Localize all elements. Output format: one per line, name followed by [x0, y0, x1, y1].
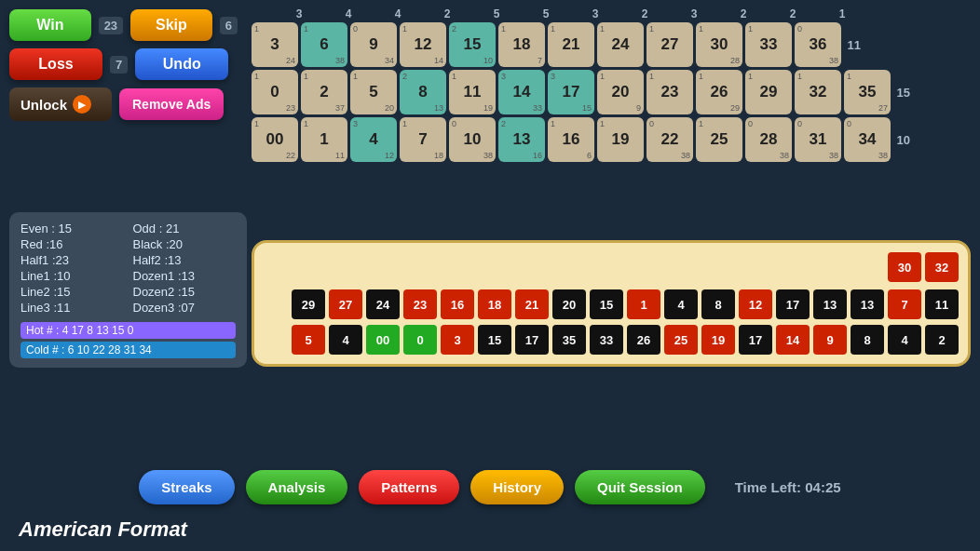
- win-skip-row: Win 23 Skip 6: [9, 9, 238, 41]
- grid-cell[interactable]: 01038: [449, 117, 496, 162]
- grid-cell[interactable]: 127: [647, 22, 693, 67]
- wheel-cell[interactable]: 4: [664, 289, 698, 319]
- history-button[interactable]: History: [470, 470, 564, 504]
- unlock-ads-row: Unlock ▶ Remove Ads: [9, 87, 238, 121]
- grid-cell[interactable]: 13527: [844, 70, 891, 114]
- unlock-button[interactable]: Unlock ▶: [9, 87, 112, 121]
- wheel-cell[interactable]: 4: [888, 325, 921, 355]
- cell-bottom-num: 27: [878, 103, 888, 113]
- analysis-button[interactable]: Analysis: [246, 470, 348, 504]
- grid-cell[interactable]: 1209: [597, 70, 644, 114]
- remove-ads-button[interactable]: Remove Ads: [119, 88, 224, 120]
- wheel-cell[interactable]: 23: [403, 289, 437, 319]
- wheel-cell[interactable]: 12: [739, 289, 772, 319]
- wheel-cell[interactable]: 00: [366, 325, 400, 355]
- grid-cell[interactable]: 123: [647, 70, 693, 114]
- wheel-cell[interactable]: 2: [925, 325, 959, 355]
- wheel-cell[interactable]: 15: [478, 325, 511, 355]
- wheel-cell[interactable]: 27: [329, 289, 362, 319]
- col-header: 1: [819, 7, 865, 20]
- quit-button[interactable]: Quit Session: [575, 470, 705, 504]
- grid-cell[interactable]: 11119: [449, 70, 496, 114]
- grid-cell[interactable]: 12629: [696, 70, 742, 114]
- wheel-cell[interactable]: 29: [292, 289, 325, 319]
- cell-main-num: 20: [612, 83, 630, 101]
- cell-bottom-num: 13: [434, 103, 443, 113]
- grid-cell[interactable]: 03638: [795, 22, 841, 67]
- skip-button[interactable]: Skip: [130, 9, 212, 41]
- wheel-cell[interactable]: 8: [701, 289, 735, 319]
- patterns-button[interactable]: Patterns: [359, 470, 459, 504]
- cell-top-left: 1: [402, 119, 407, 128]
- wheel-cell[interactable]: 18: [478, 289, 511, 319]
- cell-bottom-num: 16: [533, 151, 542, 160]
- grid-cell[interactable]: 10022: [252, 117, 298, 162]
- wheel-cell[interactable]: 24: [366, 289, 400, 319]
- cell-top-left: 1: [402, 24, 407, 34]
- wheel-cell[interactable]: 17: [515, 325, 549, 355]
- grid-cell[interactable]: 31433: [498, 70, 545, 114]
- grid-cell[interactable]: 1520: [350, 70, 397, 114]
- wheel-cell-top[interactable]: 32: [925, 252, 959, 282]
- grid-cell[interactable]: 1023: [252, 70, 298, 114]
- grid-cell[interactable]: 1187: [498, 22, 545, 67]
- grid-cell[interactable]: 21316: [498, 117, 545, 162]
- grid-cell[interactable]: 31715: [548, 70, 594, 114]
- wheel-cell[interactable]: 8: [851, 325, 884, 355]
- grid-cell[interactable]: 3412: [350, 117, 397, 162]
- grid-cell[interactable]: 11214: [400, 22, 446, 67]
- wheel-cell[interactable]: 17: [739, 325, 772, 355]
- grid-cell[interactable]: 2813: [400, 70, 446, 114]
- wheel-cell[interactable]: 13: [851, 289, 884, 319]
- grid-cell[interactable]: 129: [745, 70, 792, 114]
- grid-cell[interactable]: 132: [795, 70, 841, 114]
- wheel-cell[interactable]: 13: [813, 289, 847, 319]
- wheel-cell[interactable]: 11: [925, 289, 959, 319]
- grid-cell[interactable]: 1111: [301, 117, 347, 162]
- grid-cell[interactable]: 0934: [350, 22, 397, 67]
- wheel-cell[interactable]: 14: [776, 325, 810, 355]
- grid-cell[interactable]: 133: [745, 22, 792, 67]
- wheel-cell[interactable]: 16: [441, 289, 474, 319]
- grid-cell[interactable]: 1237: [301, 70, 347, 114]
- wheel-cell[interactable]: 26: [627, 325, 660, 355]
- cell-main-num: 34: [859, 130, 877, 149]
- wheel-cell[interactable]: 17: [776, 289, 810, 319]
- loss-button[interactable]: Loss: [9, 48, 102, 80]
- wheel-cell[interactable]: 19: [701, 325, 735, 355]
- grid-cell[interactable]: 125: [696, 117, 742, 162]
- wheel-cell[interactable]: 15: [590, 289, 623, 319]
- wheel-cell[interactable]: 7: [888, 289, 921, 319]
- cell-top-left: 1: [600, 119, 605, 128]
- undo-button[interactable]: Undo: [135, 48, 228, 80]
- wheel-cell[interactable]: 3: [441, 325, 474, 355]
- grid-cell[interactable]: 21510: [449, 22, 496, 67]
- wheel-cell-top[interactable]: 30: [888, 252, 921, 282]
- wheel-cell[interactable]: 35: [552, 325, 586, 355]
- grid-cell[interactable]: 1638: [301, 22, 347, 67]
- wheel-cell[interactable]: 4: [329, 325, 362, 355]
- grid-cell[interactable]: 121: [548, 22, 594, 67]
- grid-cell[interactable]: 1166: [548, 117, 594, 162]
- grid-cell[interactable]: 03138: [795, 117, 841, 162]
- cell-top-left: 1: [699, 72, 703, 81]
- grid-cell[interactable]: 13028: [696, 22, 742, 67]
- wheel-cell[interactable]: 33: [590, 325, 623, 355]
- wheel-cell[interactable]: 20: [552, 289, 586, 319]
- wheel-cell[interactable]: 0: [403, 325, 437, 355]
- wheel-cell[interactable]: 25: [664, 325, 698, 355]
- wheel-cell[interactable]: 9: [813, 325, 847, 355]
- wheel-cell[interactable]: 21: [515, 289, 549, 319]
- wheel-cell[interactable]: 1: [627, 289, 660, 319]
- grid-cell[interactable]: 119: [597, 117, 644, 162]
- grid-cell[interactable]: 1324: [252, 22, 298, 67]
- win-button[interactable]: Win: [9, 9, 91, 41]
- grid-cell[interactable]: 02838: [745, 117, 792, 162]
- wheel-cell[interactable]: 5: [292, 325, 325, 355]
- grid-cell[interactable]: 124: [597, 22, 644, 67]
- streaks-button[interactable]: Streaks: [139, 470, 234, 504]
- cell-main-num: 2: [320, 83, 328, 101]
- grid-cell[interactable]: 03438: [844, 117, 891, 162]
- grid-cell[interactable]: 02238: [647, 117, 693, 162]
- grid-cell[interactable]: 1718: [400, 117, 446, 162]
